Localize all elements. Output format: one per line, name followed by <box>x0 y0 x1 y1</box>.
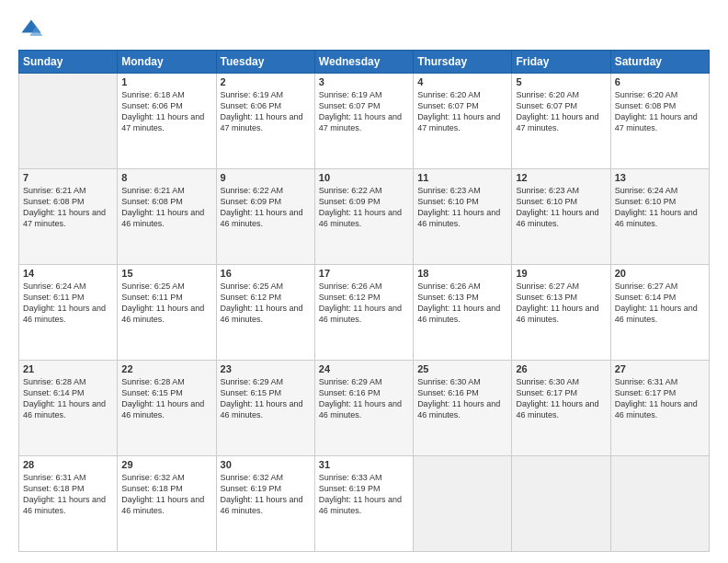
weekday-header: Friday <box>512 51 610 74</box>
calendar-week-row: 28 Sunrise: 6:31 AMSunset: 6:18 PMDaylig… <box>19 456 710 552</box>
day-info: Sunrise: 6:19 AMSunset: 6:07 PMDaylight:… <box>319 90 402 132</box>
calendar-day-cell: 5 Sunrise: 6:20 AMSunset: 6:07 PMDayligh… <box>512 74 610 169</box>
day-info: Sunrise: 6:30 AMSunset: 6:16 PMDaylight:… <box>417 377 500 419</box>
day-number: 25 <box>417 363 507 374</box>
day-number: 17 <box>319 268 409 279</box>
calendar-day-cell: 25 Sunrise: 6:30 AMSunset: 6:16 PMDaylig… <box>414 361 512 456</box>
calendar-day-cell: 13 Sunrise: 6:24 AMSunset: 6:10 PMDaylig… <box>610 169 709 265</box>
calendar-day-cell <box>414 456 512 552</box>
day-number: 4 <box>417 76 507 87</box>
day-number: 28 <box>23 459 113 470</box>
day-info: Sunrise: 6:20 AMSunset: 6:07 PMDaylight:… <box>516 90 598 132</box>
day-info: Sunrise: 6:28 AMSunset: 6:15 PMDaylight:… <box>121 377 204 419</box>
day-info: Sunrise: 6:32 AMSunset: 6:19 PMDaylight:… <box>221 473 303 515</box>
day-info: Sunrise: 6:33 AMSunset: 6:19 PMDaylight:… <box>319 473 402 515</box>
calendar-day-cell: 29 Sunrise: 6:32 AMSunset: 6:18 PMDaylig… <box>118 456 216 552</box>
calendar-day-cell: 7 Sunrise: 6:21 AMSunset: 6:08 PMDayligh… <box>19 169 118 265</box>
weekday-header: Saturday <box>610 51 709 74</box>
day-number: 19 <box>516 268 606 279</box>
day-number: 13 <box>615 172 705 183</box>
calendar-week-row: 14 Sunrise: 6:24 AMSunset: 6:11 PMDaylig… <box>19 265 710 361</box>
calendar-day-cell: 30 Sunrise: 6:32 AMSunset: 6:19 PMDaylig… <box>216 456 314 552</box>
day-info: Sunrise: 6:30 AMSunset: 6:17 PMDaylight:… <box>516 377 598 419</box>
day-info: Sunrise: 6:21 AMSunset: 6:08 PMDaylight:… <box>121 186 204 228</box>
calendar-day-cell: 1 Sunrise: 6:18 AMSunset: 6:06 PMDayligh… <box>118 74 216 169</box>
calendar-day-cell: 18 Sunrise: 6:26 AMSunset: 6:13 PMDaylig… <box>414 265 512 361</box>
logo <box>18 17 48 42</box>
calendar-day-cell: 6 Sunrise: 6:20 AMSunset: 6:08 PMDayligh… <box>610 74 709 169</box>
calendar-day-cell: 31 Sunrise: 6:33 AMSunset: 6:19 PMDaylig… <box>314 456 413 552</box>
day-number: 8 <box>121 172 211 183</box>
day-info: Sunrise: 6:26 AMSunset: 6:13 PMDaylight:… <box>417 282 500 324</box>
calendar-day-cell: 24 Sunrise: 6:29 AMSunset: 6:16 PMDaylig… <box>314 361 413 456</box>
day-number: 14 <box>23 268 113 279</box>
day-number: 23 <box>221 363 311 374</box>
calendar-day-cell: 4 Sunrise: 6:20 AMSunset: 6:07 PMDayligh… <box>414 74 512 169</box>
day-info: Sunrise: 6:29 AMSunset: 6:16 PMDaylight:… <box>319 377 402 419</box>
calendar-week-row: 7 Sunrise: 6:21 AMSunset: 6:08 PMDayligh… <box>19 169 710 265</box>
calendar-day-cell: 2 Sunrise: 6:19 AMSunset: 6:06 PMDayligh… <box>216 74 314 169</box>
day-info: Sunrise: 6:27 AMSunset: 6:13 PMDaylight:… <box>516 282 598 324</box>
calendar-day-cell: 28 Sunrise: 6:31 AMSunset: 6:18 PMDaylig… <box>19 456 118 552</box>
day-info: Sunrise: 6:23 AMSunset: 6:10 PMDaylight:… <box>417 186 500 228</box>
day-info: Sunrise: 6:22 AMSunset: 6:09 PMDaylight:… <box>221 186 303 228</box>
day-info: Sunrise: 6:26 AMSunset: 6:12 PMDaylight:… <box>319 282 402 324</box>
calendar-day-cell: 23 Sunrise: 6:29 AMSunset: 6:15 PMDaylig… <box>216 361 314 456</box>
weekday-header: Monday <box>118 51 216 74</box>
day-number: 6 <box>615 76 705 87</box>
calendar-table: SundayMondayTuesdayWednesdayThursdayFrid… <box>18 50 710 552</box>
day-info: Sunrise: 6:21 AMSunset: 6:08 PMDaylight:… <box>23 186 106 228</box>
calendar-day-cell <box>19 74 118 169</box>
logo-icon <box>18 17 44 42</box>
calendar-day-cell: 8 Sunrise: 6:21 AMSunset: 6:08 PMDayligh… <box>118 169 216 265</box>
weekday-header: Tuesday <box>216 51 314 74</box>
day-info: Sunrise: 6:24 AMSunset: 6:10 PMDaylight:… <box>615 186 698 228</box>
day-number: 7 <box>23 172 113 183</box>
weekday-header: Wednesday <box>314 51 413 74</box>
day-number: 20 <box>615 268 705 279</box>
weekday-header: Sunday <box>19 51 118 74</box>
day-number: 3 <box>319 76 409 87</box>
day-number: 27 <box>615 363 705 374</box>
calendar-week-row: 1 Sunrise: 6:18 AMSunset: 6:06 PMDayligh… <box>19 74 710 169</box>
calendar-day-cell: 17 Sunrise: 6:26 AMSunset: 6:12 PMDaylig… <box>314 265 413 361</box>
day-info: Sunrise: 6:25 AMSunset: 6:11 PMDaylight:… <box>121 282 204 324</box>
header <box>18 17 710 42</box>
day-info: Sunrise: 6:24 AMSunset: 6:11 PMDaylight:… <box>23 282 106 324</box>
calendar-day-cell: 21 Sunrise: 6:28 AMSunset: 6:14 PMDaylig… <box>19 361 118 456</box>
day-number: 16 <box>221 268 311 279</box>
day-number: 22 <box>121 363 211 374</box>
calendar-day-cell: 19 Sunrise: 6:27 AMSunset: 6:13 PMDaylig… <box>512 265 610 361</box>
day-number: 21 <box>23 363 113 374</box>
calendar-day-cell: 10 Sunrise: 6:22 AMSunset: 6:09 PMDaylig… <box>314 169 413 265</box>
calendar-day-cell: 22 Sunrise: 6:28 AMSunset: 6:15 PMDaylig… <box>118 361 216 456</box>
day-number: 5 <box>516 76 606 87</box>
day-number: 15 <box>121 268 211 279</box>
calendar-day-cell: 11 Sunrise: 6:23 AMSunset: 6:10 PMDaylig… <box>414 169 512 265</box>
calendar-day-cell <box>610 456 709 552</box>
day-number: 1 <box>121 76 211 87</box>
day-info: Sunrise: 6:28 AMSunset: 6:14 PMDaylight:… <box>23 377 106 419</box>
day-number: 18 <box>417 268 507 279</box>
day-info: Sunrise: 6:23 AMSunset: 6:10 PMDaylight:… <box>516 186 598 228</box>
day-info: Sunrise: 6:25 AMSunset: 6:12 PMDaylight:… <box>221 282 303 324</box>
day-number: 30 <box>221 459 311 470</box>
calendar-day-cell: 15 Sunrise: 6:25 AMSunset: 6:11 PMDaylig… <box>118 265 216 361</box>
day-info: Sunrise: 6:31 AMSunset: 6:18 PMDaylight:… <box>23 473 106 515</box>
calendar-day-cell: 27 Sunrise: 6:31 AMSunset: 6:17 PMDaylig… <box>610 361 709 456</box>
calendar-day-cell: 14 Sunrise: 6:24 AMSunset: 6:11 PMDaylig… <box>19 265 118 361</box>
day-number: 2 <box>221 76 311 87</box>
day-number: 31 <box>319 459 409 470</box>
day-info: Sunrise: 6:19 AMSunset: 6:06 PMDaylight:… <box>221 90 303 132</box>
day-number: 11 <box>417 172 507 183</box>
day-number: 10 <box>319 172 409 183</box>
day-info: Sunrise: 6:20 AMSunset: 6:07 PMDaylight:… <box>417 90 500 132</box>
day-info: Sunrise: 6:32 AMSunset: 6:18 PMDaylight:… <box>121 473 204 515</box>
calendar-day-cell: 9 Sunrise: 6:22 AMSunset: 6:09 PMDayligh… <box>216 169 314 265</box>
day-info: Sunrise: 6:18 AMSunset: 6:06 PMDaylight:… <box>121 90 204 132</box>
day-number: 24 <box>319 363 409 374</box>
day-info: Sunrise: 6:31 AMSunset: 6:17 PMDaylight:… <box>615 377 698 419</box>
calendar-day-cell: 26 Sunrise: 6:30 AMSunset: 6:17 PMDaylig… <box>512 361 610 456</box>
page: SundayMondayTuesdayWednesdayThursdayFrid… <box>0 0 728 563</box>
day-number: 9 <box>221 172 311 183</box>
